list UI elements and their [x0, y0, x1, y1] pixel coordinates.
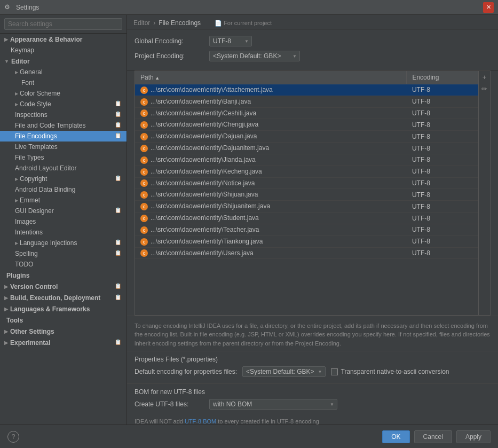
table-row[interactable]: c...\src\com\daowen\entity\Teacher.java … — [135, 224, 478, 235]
path-cell: c...\src\com\daowen\entity\Dajuanitem.ja… — [135, 143, 407, 154]
table-row[interactable]: c...\src\com\daowen\entity\Ceshiti.java … — [135, 107, 478, 119]
transparent-checkbox[interactable] — [331, 368, 338, 375]
table-row[interactable]: c...\src\com\daowen\entity\Banji.java UT… — [135, 96, 478, 107]
sidebar-item-general[interactable]: ▶ General — [0, 67, 127, 77]
sidebar-item-label: Intentions — [15, 229, 43, 236]
sidebar-item-languageinjections[interactable]: ▶ Language Injections 📋 — [0, 238, 127, 248]
sidebar-item-languages[interactable]: ▶ Languages & Frameworks — [0, 303, 127, 315]
path-cell: c...\src\com\daowen\entity\Kecheng.java — [135, 166, 407, 177]
sidebar-item-intentions[interactable]: Intentions — [0, 227, 127, 238]
add-row-button[interactable]: + — [480, 72, 489, 82]
ok-button[interactable]: OK — [382, 430, 409, 443]
badge-icon: 📋 — [115, 239, 122, 247]
sidebar-item-livetemplates[interactable]: Live Templates — [0, 142, 127, 152]
sidebar-item-copyright[interactable]: ▶ Copyright 📋 — [0, 174, 127, 184]
triangle-icon: ▶ — [15, 102, 18, 107]
table-row[interactable]: c...\src\com\daowen\entity\Shijuanitem.j… — [135, 201, 478, 213]
create-utf8-dropdown[interactable]: with NO BOM — [209, 399, 337, 410]
table-row[interactable]: c...\src\com\daowen\entity\Kecheng.java … — [135, 166, 478, 177]
table-row[interactable]: c...\src\com\daowen\entity\Student.java … — [135, 213, 478, 224]
path-cell: c...\src\com\daowen\entity\Shijuan.java — [135, 189, 407, 201]
encoding-cell: UTF-8 — [407, 213, 478, 224]
global-encoding-dropdown[interactable]: UTF-8 — [209, 36, 252, 46]
sidebar-item-keymap[interactable]: Keymap — [0, 45, 127, 56]
search-container — [0, 15, 127, 34]
sidebar-item-label: Keymap — [11, 46, 34, 54]
table-row[interactable]: c...\src\com\daowen\entity\Tiankong.java… — [135, 235, 478, 247]
project-encoding-value: <System Default: GBK> — [213, 52, 281, 60]
sidebar-item-experimental[interactable]: ▶ Experimental 📋 — [0, 337, 127, 348]
bom-link[interactable]: UTF-8 BOM — [185, 418, 216, 425]
sidebar-item-spelling[interactable]: Spelling 📋 — [0, 248, 127, 259]
table-row[interactable]: c...\src\com\daowen\entity\Dajuanitem.ja… — [135, 143, 478, 154]
sidebar-item-label: Color Scheme — [20, 90, 60, 97]
badge-icon: 📋 — [115, 122, 122, 129]
java-icon: c — [140, 145, 148, 152]
table-row[interactable]: c...\src\com\daowen\entity\Attachement.j… — [135, 84, 478, 96]
create-utf8-row: Create UTF-8 files: with NO BOM — [135, 399, 491, 410]
project-encoding-dropdown[interactable]: <System Default: GBK> — [209, 51, 300, 61]
default-encoding-row: Default encoding for properties files: <… — [135, 366, 491, 377]
sidebar-item-editor[interactable]: ▼ Editor — [0, 56, 127, 67]
breadcrumb-project: 📄 For current project — [215, 20, 272, 27]
sidebar-item-label: Appearance & Behavior — [10, 36, 82, 43]
path-column-header[interactable]: Path — [135, 71, 407, 84]
apply-button[interactable]: Apply — [456, 430, 491, 443]
encoding-cell: UTF-8 — [407, 177, 478, 189]
sidebar-item-images[interactable]: Images — [0, 216, 127, 227]
encoding-column-header[interactable]: Encoding — [407, 71, 478, 84]
info-text: To change encoding IntelliJ IDEA uses fo… — [127, 316, 498, 351]
badge-icon: 📋 — [115, 207, 122, 215]
sidebar-item-versioncontrol[interactable]: ▶ Version Control 📋 — [0, 281, 127, 292]
triangle-icon: ▶ — [15, 70, 18, 75]
encoding-cell: UTF-8 — [407, 119, 478, 131]
table-row[interactable]: c...\src\com\daowen\entity\Users.java UT… — [135, 247, 478, 259]
triangle-icon: ▶ — [4, 37, 8, 42]
triangle-icon: ▶ — [4, 295, 8, 301]
triangle-icon: ▶ — [15, 198, 18, 203]
search-input[interactable] — [4, 18, 122, 30]
default-encoding-dropdown[interactable]: <System Default: GBK> — [242, 366, 325, 377]
sidebar-item-fileencodings[interactable]: File Encodings 📋 — [0, 131, 127, 142]
path-cell: c...\src\com\daowen\entity\Ceshiti.java — [135, 107, 407, 119]
sidebar-item-label: Tools — [6, 317, 23, 324]
close-button[interactable]: ✕ — [483, 2, 494, 13]
transparent-label: Transparent native-to-ascii conversion — [341, 368, 449, 375]
cancel-button[interactable]: Cancel — [414, 430, 452, 443]
sidebar-item-filetypes[interactable]: File Types — [0, 152, 127, 163]
table-row[interactable]: c...\src\com\daowen\entity\Chengji.java … — [135, 119, 478, 131]
sidebar-item-othersettings[interactable]: ▶ Other Settings — [0, 326, 127, 337]
default-encoding-value: <System Default: GBK> — [246, 368, 314, 375]
sidebar-item-label: Experimental — [10, 339, 50, 347]
sidebar-item-plugins[interactable]: Plugins — [0, 270, 127, 281]
sidebar-item-build[interactable]: ▶ Build, Execution, Deployment 📋 — [0, 292, 127, 303]
java-icon: c — [140, 203, 148, 210]
sidebar-item-inspections[interactable]: Inspections 📋 — [0, 109, 127, 120]
triangle-icon: ▶ — [15, 91, 18, 96]
sidebar-item-tools[interactable]: Tools — [0, 315, 127, 326]
table-row[interactable]: c...\src\com\daowen\entity\Dajuan.java U… — [135, 131, 478, 143]
sidebar-item-emmet[interactable]: ▶ Emmet — [0, 195, 127, 206]
sidebar-item-codestyle[interactable]: ▶ Code Style 📋 — [0, 99, 127, 109]
badge-icon: 📋 — [115, 111, 122, 119]
sidebar-item-colorscheme[interactable]: ▶ Color Scheme — [0, 88, 127, 99]
encodings-table-scroll: Path Encoding c...\src\com\daowen\entity… — [135, 71, 478, 315]
table-row[interactable]: c...\src\com\daowen\entity\Notice.java U… — [135, 177, 478, 189]
sidebar-item-guidesigner[interactable]: GUI Designer 📋 — [0, 206, 127, 216]
table-row[interactable]: c...\src\com\daowen\entity\Jianda.java U… — [135, 154, 478, 166]
breadcrumb-current: File Encodings — [159, 19, 201, 27]
sidebar-item-androiddatabinding[interactable]: Android Data Binding — [0, 184, 127, 195]
encodings-table-container: Path Encoding c...\src\com\daowen\entity… — [135, 70, 491, 316]
sidebar-item-fileandcode[interactable]: File and Code Templates 📋 — [0, 120, 127, 131]
badge-icon: 📋 — [115, 250, 122, 257]
sidebar-item-androidlayout[interactable]: Android Layout Editor — [0, 163, 127, 174]
table-row[interactable]: c...\src\com\daowen\entity\Shijuan.java … — [135, 189, 478, 201]
sidebar-item-todo[interactable]: TODO — [0, 259, 127, 270]
badge-icon: 📋 — [115, 339, 122, 347]
sidebar-item-font[interactable]: Font — [0, 77, 127, 88]
encoding-cell: UTF-8 — [407, 166, 478, 177]
create-utf8-label: Create UTF-8 files: — [135, 400, 204, 408]
sidebar-item-appearance[interactable]: ▶ Appearance & Behavior — [0, 34, 127, 45]
edit-row-button[interactable]: ✏ — [480, 84, 489, 93]
help-button[interactable]: ? — [7, 431, 19, 443]
